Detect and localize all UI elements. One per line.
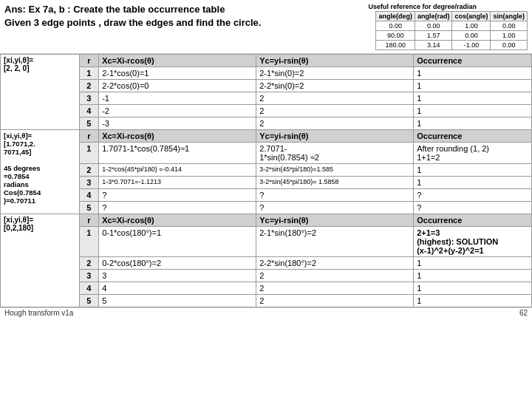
section3-r-header: r xyxy=(79,214,99,227)
section1-xc-header: Xc=Xi-rcos(θ) xyxy=(99,55,256,67)
ref-row-1: 90.00 1.57 0.00 1.00 xyxy=(376,31,528,41)
ref-row-0: 0.00 0.00 1.00 0.00 xyxy=(376,21,528,31)
section3-header-row: [xi,yi,θ]= [0,2,180] r Xc=Xi-rcos(θ) Yc=… xyxy=(1,214,532,227)
section3-xc-header: Xc=Xi-rcos(θ) xyxy=(99,214,256,227)
section2-xc-header: Xc=Xi-rcos(θ) xyxy=(99,130,256,143)
section1-row4: 4 -2 2 1 xyxy=(1,105,532,117)
section3-occ-header: Occurrence xyxy=(414,214,532,227)
section2-row3: 3 1-3*0.7071=-1.1213 3-2*sin(45*pi/180)=… xyxy=(1,177,532,189)
section1-row3: 3 -1 2 1 xyxy=(1,92,532,105)
section2-r-header: r xyxy=(79,130,99,143)
ref-table: angle(deg) angle(rad) cos(angle) sin(ang… xyxy=(375,11,528,50)
section1-row1: 1 2-1*cos(0)=1 2-1*sin(0)=2 1 xyxy=(1,67,532,80)
ref-col-cos: cos(angle) xyxy=(452,12,491,21)
ref-row-2: 180.00 3.14 -1.00 0.00 xyxy=(376,41,528,50)
section2-label: [xi,yi,θ]= [1.7071,2. 7071,45] 45 degree… xyxy=(1,130,80,214)
header-title: Ans: Ex 7a, b : Create the table occurre… xyxy=(4,3,368,30)
ref-col-sin: sin(angle) xyxy=(491,12,528,21)
section3-label: [xi,yi,θ]= [0,2,180] xyxy=(1,214,80,307)
section2-row1: 1 1.7071-1*cos(0.7854)≈1 2.7071- 1*sin(0… xyxy=(1,143,532,164)
section2-row5: 5 ? ? ? xyxy=(1,202,532,214)
section1-r-header: r xyxy=(79,55,99,67)
ref-col-deg: angle(deg) xyxy=(376,12,415,21)
section3-row3: 3 3 2 1 xyxy=(1,270,532,282)
section2-header-row: [xi,yi,θ]= [1.7071,2. 7071,45] 45 degree… xyxy=(1,130,532,143)
section1-row2: 2 2-2*cos(0)=0 2-2*sin(0)=2 1 xyxy=(1,80,532,92)
section3-row2: 2 0-2*cos(180°)=2 2-2*sin(180°)=2 1 xyxy=(1,257,532,270)
section1-row5: 5 -3 2 1 xyxy=(1,117,532,130)
section1-yc-header: Yc=yi-rsin(θ) xyxy=(256,55,414,67)
footer-page: 62 xyxy=(519,309,528,317)
section2-yc-header: Yc=yi-rsin(θ) xyxy=(256,130,414,143)
section2-row4: 4 ? ? ? xyxy=(1,189,532,202)
ref-table-container: Useful reference for degree/radian angle… xyxy=(368,3,528,50)
section3-yc-header: Yc=yi-rsin(θ) xyxy=(256,214,414,227)
header: Ans: Ex 7a, b : Create the table occurre… xyxy=(0,0,532,54)
main-table: [xi,yi,θ]= [2, 2, 0] r Xc=Xi-rcos(θ) Yc=… xyxy=(0,54,532,307)
section3-row4: 4 4 2 1 xyxy=(1,282,532,295)
footer: Hough transform v1a 62 xyxy=(0,307,532,318)
section2-occ-header: Occurrence xyxy=(414,130,532,143)
section3-row1: 1 0-1*cos(180°)=1 2-1*sin(180°)=2 2+1=3 … xyxy=(1,227,532,257)
section1-header-row: [xi,yi,θ]= [2, 2, 0] r Xc=Xi-rcos(θ) Yc=… xyxy=(1,55,532,67)
footer-label: Hough transform v1a xyxy=(4,309,73,317)
section1-label: [xi,yi,θ]= [2, 2, 0] xyxy=(1,55,80,130)
section2-row2: 2 1-2*cos(45*pi/180) =-0.414 3-2*sin(45*… xyxy=(1,164,532,177)
ref-col-rad: angle(rad) xyxy=(415,12,452,21)
section3-row5: 5 5 2 1 xyxy=(1,295,532,307)
section1-occ-header: Occurrence xyxy=(414,55,532,67)
